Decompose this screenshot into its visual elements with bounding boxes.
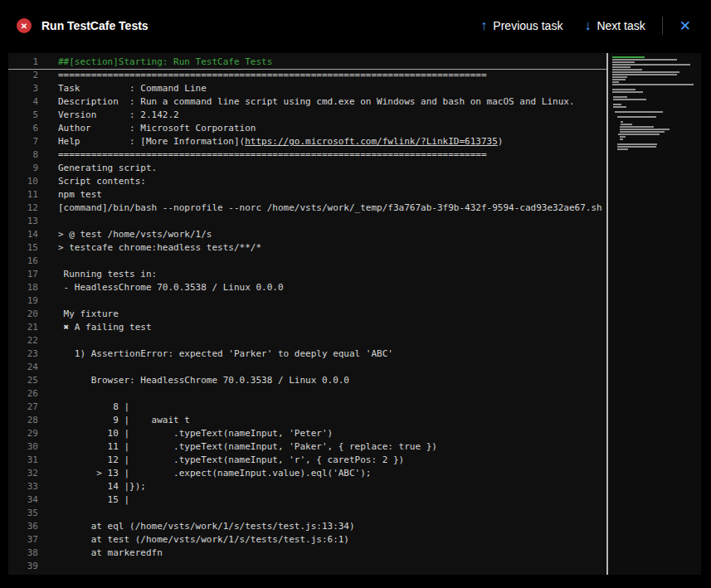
previous-task-button[interactable]: ↑ Previous task [475,16,567,36]
line-number: 7 [8,135,38,148]
minimap[interactable] [606,53,701,575]
line-text: 1) AssertionError: expected 'Parker' to … [38,347,393,361]
line-text: ##[section]Starting: Run TestCafe Tests [38,56,272,69]
log-line: 22 [8,334,606,347]
line-number: 38 [8,547,38,560]
log-line: 2=======================================… [8,69,606,82]
line-number: 2 [8,69,38,82]
log-line: 10Script contents: [8,175,606,188]
line-text: - HeadlessChrome 70.0.3538 / Linux 0.0.0 [38,281,284,294]
line-number: 13 [8,215,38,228]
line-text: ========================================… [38,148,487,162]
log-line: 35 [8,507,606,520]
task-navigation: ↑ Previous task ↓ Next task ✕ [475,16,696,36]
line-text: Version : 2.142.2 [38,109,179,122]
line-text: Browser: HeadlessChrome 70.0.3538 / Linu… [38,374,349,387]
log-line: 19 [8,294,606,308]
line-text: ========================================… [38,69,487,82]
line-number: 20 [8,308,38,321]
log-line: 6Author : Microsoft Corporation [8,122,606,135]
line-number: 19 [8,294,38,308]
line-text [38,361,58,374]
line-number: 3 [8,82,38,95]
minimap-line [612,91,643,93]
line-number: 17 [8,268,38,281]
line-text: > @ test /home/vsts/work/1/s [38,228,212,241]
log-panel: 1##[section]Starting: Run TestCafe Tests… [8,53,701,575]
next-task-button[interactable]: ↓ Next task [579,16,650,36]
line-text: My fixture [38,308,119,321]
line-number: 11 [8,188,38,202]
line-number: 14 [8,228,38,241]
minimap-line [612,61,635,63]
log-line: 5Version : 2.142.2 [8,109,606,122]
line-text [38,255,58,268]
line-text: at markeredfn [38,547,163,560]
arrow-down-icon: ↓ [584,19,591,32]
log-line: 37 at test (/home/vsts/work/1/s/tests/te… [8,533,606,547]
line-text: at test (/home/vsts/work/1/s/tests/test.… [38,533,349,547]
line-number: 1 [8,56,38,69]
log-line: 15> testcafe chrome:headless tests/**/* [8,241,606,255]
minimap-line [612,71,679,73]
log-line: 34 15 | [8,493,606,507]
line-text: 10 | .typeText(nameInput, 'Peter') [38,427,333,440]
minimap-line [620,126,654,128]
minimap-line [612,81,619,83]
task-log-header: ✕ Run TestCafe Tests ↑ Previous task ↓ N… [0,0,711,51]
line-text [38,387,58,401]
line-text: 11 | .typeText(nameInput, 'Paker', { rep… [38,440,437,454]
minimap-line [620,138,623,140]
line-number: 37 [8,533,38,547]
minimap-line [613,96,627,98]
close-icon[interactable]: ✕ [674,16,696,36]
log-line: 9Generating script. [8,162,606,175]
minimap-line [615,111,663,113]
log-line: 11npm test [8,188,606,202]
log-line: 28 9 | await t [8,414,606,427]
line-number: 29 [8,427,38,440]
line-text: Running tests in: [38,268,157,281]
line-number: 36 [8,520,38,533]
line-text: Script contents: [38,175,146,188]
line-text [38,215,58,228]
log-line: 13 [8,215,606,228]
minimap-line [612,84,694,85]
log-line: 32 > 13 | .expect(nameInput.value).eql('… [8,467,606,480]
log-line: 4Description : Run a command line script… [8,95,606,109]
arrow-up-icon: ↑ [480,19,487,32]
line-number: 27 [8,401,38,414]
minimap-line [617,143,657,145]
minimap-line [620,136,626,138]
minimap-line [612,66,631,68]
log-line: 29 10 | .typeText(nameInput, 'Peter') [8,427,606,440]
line-text: [command]/bin/bash --noprofile --norc /h… [38,202,602,215]
line-text [38,507,58,520]
log-link[interactable]: https://go.microsoft.com/fwlink/?LinkID=… [245,136,498,147]
line-number: 4 [8,95,38,109]
log-line: 1##[section]Starting: Run TestCafe Tests [8,56,606,69]
line-number: 6 [8,122,38,135]
line-text: 8 | [38,401,129,414]
line-number: 30 [8,440,38,454]
line-text: Author : Microsoft Corporation [38,122,256,135]
minimap-line [612,79,626,80]
log-line: 21 ✖ A failing test [8,321,606,334]
task-failed-icon: ✕ [17,18,32,33]
log-line: 24 [8,361,606,374]
line-number: 22 [8,334,38,347]
log-line: 3Task : Command Line [8,82,606,95]
minimap-line [612,56,645,58]
line-text: 15 | [38,493,129,507]
log-line: 38 at markeredfn [8,547,606,560]
minimap-line [621,124,632,125]
line-text: 12 | .typeText(nameInput, 'r', { caretPo… [38,454,404,467]
minimap-line [612,74,677,75]
log-line: 36 at eql (/home/vsts/work/1/s/tests/tes… [8,520,606,533]
line-text: > testcafe chrome:headless tests/**/* [38,241,261,255]
log-line: 23 1) AssertionError: expected 'Parker' … [8,347,606,361]
minimap-line [617,116,656,118]
log-line: 33 14 |}); [8,480,606,493]
line-number: 32 [8,467,38,480]
minimap-line [612,69,642,70]
